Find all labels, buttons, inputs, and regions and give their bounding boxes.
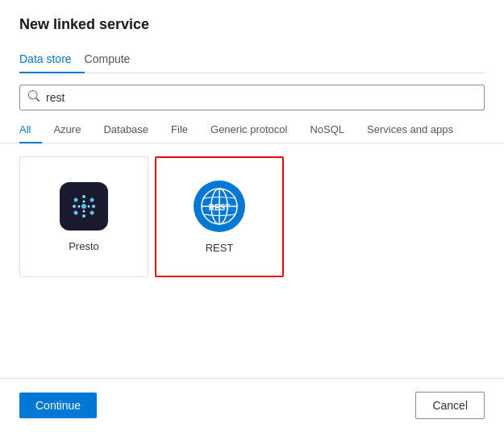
filter-tab-all[interactable]: All [19,118,42,143]
services-grid: Presto REST [0,143,504,378]
svg-point-8 [92,205,95,208]
filter-tab-azure[interactable]: Azure [42,118,92,143]
dialog-footer: Continue Cancel [0,378,504,432]
svg-point-9 [78,205,81,207]
filter-tabs: All Azure Database File Generic protocol… [0,110,504,143]
continue-button[interactable]: Continue [19,393,97,418]
presto-icon [60,182,108,231]
filter-tab-services-and-apps[interactable]: Services and apps [356,118,464,143]
svg-point-10 [88,205,90,207]
filter-tab-nosql[interactable]: NoSQL [298,118,356,143]
svg-point-4 [90,210,94,214]
tab-compute[interactable]: Compute [85,46,144,73]
svg-point-5 [82,195,85,198]
presto-label: Presto [69,240,99,252]
svg-point-6 [82,214,85,218]
service-card-rest[interactable]: REST REST [155,156,284,277]
tab-data-store[interactable]: Data store [19,46,85,73]
search-input-wrapper [19,85,485,110]
rest-label: REST [206,242,234,254]
search-bar [0,73,504,110]
service-card-presto[interactable]: Presto [19,156,148,277]
svg-point-3 [74,210,78,214]
dialog-header: New linked service Data store Compute [0,0,504,73]
filter-tab-generic-protocol[interactable]: Generic protocol [199,118,298,143]
filter-tab-file[interactable]: File [160,118,199,143]
main-tabs: Data store Compute [19,46,485,73]
cancel-button[interactable]: Cancel [415,392,485,419]
search-input[interactable] [46,91,476,104]
svg-point-1 [74,197,78,201]
svg-point-0 [81,204,86,209]
svg-point-11 [83,200,85,202]
svg-point-2 [90,197,94,201]
svg-point-7 [73,205,76,208]
svg-point-12 [83,210,85,212]
filter-tab-database[interactable]: Database [92,118,160,143]
new-linked-service-dialog: New linked service Data store Compute Al… [0,0,504,432]
dialog-title: New linked service [19,16,485,33]
search-icon [28,90,40,105]
svg-text:REST: REST [209,203,231,212]
rest-icon: REST [194,181,245,232]
